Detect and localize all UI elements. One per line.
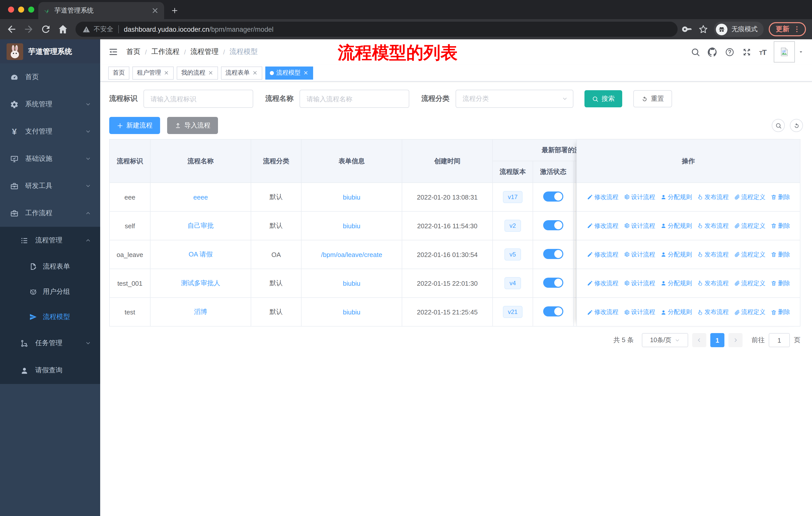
action-edit[interactable]: 修改流程	[587, 221, 618, 230]
action-delete[interactable]: 删除	[771, 308, 790, 317]
action-delete[interactable]: 删除	[771, 279, 790, 288]
tab-home[interactable]: 首页	[108, 66, 129, 79]
action-definition[interactable]: 流程定义	[734, 221, 765, 230]
action-definition[interactable]: 流程定义	[734, 193, 765, 201]
address-bar[interactable]: 不安全 dashboard.yudao.iocoder.cn /bpm/mana…	[76, 22, 677, 37]
category-select[interactable]: 流程分类	[456, 90, 573, 108]
form-info-link[interactable]: biubiu	[343, 279, 360, 287]
action-design[interactable]: 设计流程	[624, 221, 655, 230]
key-icon[interactable]	[682, 24, 693, 35]
tab-view-3[interactable]: 流程表单	[221, 66, 262, 79]
search-icon[interactable]	[691, 47, 700, 57]
active-toggle[interactable]	[543, 277, 563, 288]
sidebar-item-task-management[interactable]: 任务管理	[0, 330, 100, 357]
back-icon[interactable]	[6, 24, 17, 35]
tab-close-icon[interactable]	[151, 6, 159, 15]
sidebar-item-process-management[interactable]: 流程管理	[0, 227, 100, 254]
active-toggle[interactable]	[543, 306, 563, 316]
model-name-link[interactable]: eeee	[193, 193, 208, 201]
version-tag[interactable]: v5	[504, 248, 521, 261]
not-secure-warning-icon[interactable]	[83, 25, 90, 33]
active-toggle[interactable]	[543, 220, 563, 230]
tab-view-2[interactable]: 我的流程	[177, 66, 218, 79]
incognito-badge[interactable]: 无痕模式	[714, 22, 764, 37]
sidebar-item-workflow[interactable]: 工作流程	[0, 199, 100, 227]
action-publish[interactable]: 发布流程	[697, 279, 729, 288]
sidebar-item-infrastructure[interactable]: 基础设施	[0, 145, 100, 172]
sidebar-item-home[interactable]: 首页	[0, 63, 100, 91]
action-definition[interactable]: 流程定义	[734, 250, 765, 259]
collapse-sidebar-icon[interactable]	[108, 47, 118, 57]
zoom-window-button[interactable]	[28, 6, 34, 12]
prev-page-button[interactable]	[692, 333, 706, 347]
form-info-link[interactable]: biubiu	[343, 193, 360, 201]
process-name-input[interactable]	[299, 90, 409, 108]
home-icon[interactable]	[57, 24, 68, 35]
model-name-link[interactable]: OA 请假	[188, 250, 212, 258]
breadcrumb-home[interactable]: 首页	[126, 47, 141, 56]
action-edit[interactable]: 修改流程	[587, 308, 618, 317]
refresh-table-button[interactable]	[790, 119, 803, 132]
minimize-window-button[interactable]	[18, 6, 24, 12]
sidebar-item-leave-query[interactable]: 请假查询	[0, 357, 100, 384]
action-delete[interactable]: 删除	[771, 193, 790, 201]
reset-button[interactable]: 重置	[633, 90, 672, 107]
sidebar-item-process-model[interactable]: 流程模型	[0, 304, 100, 330]
menu-dots-icon[interactable]	[793, 25, 801, 33]
model-name-link[interactable]: 自己审批	[187, 222, 214, 229]
import-process-button[interactable]: 导入流程	[167, 117, 218, 134]
help-icon[interactable]	[725, 47, 734, 57]
model-name-link[interactable]: 测试多审批人	[181, 279, 220, 287]
tab-view-4[interactable]: 流程模型	[265, 66, 313, 79]
page-number-1[interactable]: 1	[710, 333, 724, 347]
new-tab-button[interactable]	[168, 4, 181, 17]
sidebar-item-system[interactable]: 系统管理	[0, 91, 100, 118]
form-info-link[interactable]: biubiu	[343, 222, 360, 229]
github-icon[interactable]	[708, 47, 717, 57]
close-icon[interactable]	[303, 70, 309, 76]
toggle-search-button[interactable]	[772, 119, 785, 132]
reload-icon[interactable]	[40, 24, 51, 35]
version-tag[interactable]: v21	[503, 306, 523, 318]
action-design[interactable]: 设计流程	[624, 193, 655, 201]
caret-down-icon[interactable]	[798, 49, 804, 55]
tab-view-1[interactable]: 租户管理	[133, 66, 174, 79]
action-assign[interactable]: 分配规则	[660, 250, 692, 259]
font-size-icon[interactable]: TT	[759, 48, 766, 56]
next-page-button[interactable]	[728, 333, 743, 347]
action-assign[interactable]: 分配规则	[660, 279, 692, 288]
active-toggle[interactable]	[543, 249, 563, 259]
create-process-button[interactable]: 新建流程	[109, 117, 160, 134]
close-icon[interactable]	[252, 70, 258, 76]
action-design[interactable]: 设计流程	[624, 308, 655, 317]
action-publish[interactable]: 发布流程	[697, 250, 729, 259]
action-publish[interactable]: 发布流程	[697, 221, 729, 230]
close-icon[interactable]	[208, 70, 213, 76]
forward-icon[interactable]	[23, 24, 34, 35]
browser-tab[interactable]: 芋道管理系统	[38, 2, 164, 19]
goto-page-input[interactable]	[769, 333, 790, 347]
process-key-input[interactable]	[143, 90, 253, 108]
action-assign[interactable]: 分配规则	[660, 308, 692, 317]
page-size-select[interactable]: 10条/页	[642, 333, 688, 347]
action-design[interactable]: 设计流程	[624, 279, 655, 288]
bookmark-star-icon[interactable]	[698, 24, 709, 35]
model-name-link[interactable]: 滔博	[194, 308, 207, 316]
sidebar-item-devtools[interactable]: 研发工具	[0, 172, 100, 199]
action-definition[interactable]: 流程定义	[734, 279, 765, 288]
action-edit[interactable]: 修改流程	[587, 279, 618, 288]
action-delete[interactable]: 删除	[771, 221, 790, 230]
sidebar-item-user-group[interactable]: 用户分组	[0, 279, 100, 304]
breadcrumb-workflow[interactable]: 工作流程	[151, 47, 179, 56]
action-publish[interactable]: 发布流程	[697, 193, 729, 201]
search-button[interactable]: 搜索	[584, 90, 622, 107]
action-publish[interactable]: 发布流程	[697, 308, 729, 317]
close-icon[interactable]	[164, 70, 169, 76]
fullscreen-icon[interactable]	[742, 47, 752, 57]
form-info-link[interactable]: /bpm/oa/leave/create	[321, 251, 382, 258]
close-window-button[interactable]	[8, 6, 14, 12]
sidebar-item-process-form[interactable]: 流程表单	[0, 254, 100, 279]
version-tag[interactable]: v2	[504, 220, 521, 232]
action-edit[interactable]: 修改流程	[587, 193, 618, 201]
chrome-update-button[interactable]: 更新	[769, 22, 806, 36]
